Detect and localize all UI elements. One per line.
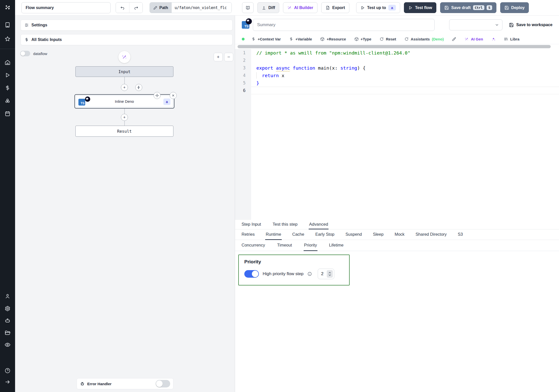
tab-early-stop[interactable]: Early Stop <box>315 229 335 240</box>
deploy-button[interactable]: Deploy <box>500 2 529 13</box>
advanced-tabs: RetriesRuntimeCacheEarly StopSuspendSlee… <box>235 229 559 240</box>
diff-button[interactable]: Diff <box>257 2 280 13</box>
path-button[interactable]: Path <box>150 3 172 13</box>
add-step-button-bottom[interactable]: + <box>121 114 128 121</box>
reset-label: Reset <box>386 37 396 41</box>
refresh-icon <box>380 37 384 41</box>
tab-concurrency[interactable]: Concurrency <box>241 240 266 251</box>
docs-book-button[interactable] <box>242 2 254 13</box>
library-label: Libra <box>510 37 520 41</box>
tab-shared-directory[interactable]: Shared Directory <box>415 229 447 240</box>
priority-number-input[interactable]: 2 <box>318 269 334 279</box>
all-static-inputs-button[interactable]: All Static Inputs <box>21 34 232 45</box>
tab-retries[interactable]: Retries <box>241 229 255 240</box>
flow-settings-button[interactable]: Settings <box>21 20 232 31</box>
redo-button[interactable] <box>129 3 143 13</box>
workspace-script-select[interactable] <box>449 19 502 30</box>
save-to-workspace-button[interactable]: Save to workspace <box>506 23 555 27</box>
windmill-logo-icon[interactable] <box>4 4 12 12</box>
refresh-icon <box>404 37 409 41</box>
add-step-button-top[interactable]: + <box>121 84 128 91</box>
tab-cache[interactable]: Cache <box>292 229 305 240</box>
test-up-to-button[interactable]: Test up to a <box>356 2 400 13</box>
folders-icon[interactable] <box>5 330 11 336</box>
library-icon <box>504 37 508 41</box>
undo-button[interactable] <box>116 3 129 13</box>
trigger-bolt-button[interactable] <box>135 84 142 91</box>
add-context-var-button[interactable]: +Context Var <box>251 37 281 41</box>
sidebar-divider <box>0 49 15 49</box>
audit-eye-icon[interactable] <box>5 342 11 348</box>
flow-summary-input[interactable] <box>21 2 111 13</box>
variables-dollar-icon[interactable] <box>5 85 11 91</box>
tab-lifetime[interactable]: Lifetime <box>329 240 344 251</box>
bolt-icon <box>137 86 141 89</box>
high-priority-toggle[interactable] <box>244 270 259 278</box>
save-draft-button[interactable]: Save draft Ctrl S <box>440 2 496 13</box>
tab-runtime[interactable]: Runtime <box>265 229 282 240</box>
path-input[interactable] <box>172 3 231 13</box>
step-summary-input[interactable] <box>253 19 435 31</box>
runs-play-icon[interactable] <box>5 72 11 78</box>
tab-test-this-step[interactable]: Test this step <box>272 220 298 229</box>
tab-suspend[interactable]: Suspend <box>345 229 362 240</box>
dataflow-toggle[interactable] <box>20 51 30 56</box>
expand-arrow-icon[interactable] <box>5 379 11 385</box>
workers-robot-icon[interactable] <box>5 318 11 324</box>
ai-builder-button[interactable]: AI Builder <box>283 2 317 13</box>
save-icon <box>504 6 509 10</box>
tab-advanced[interactable]: Advanced <box>309 220 329 229</box>
resources-icon[interactable] <box>5 98 11 104</box>
zoom-in-button[interactable]: + <box>214 53 223 61</box>
reset-button[interactable]: Reset <box>380 37 396 41</box>
result-node[interactable]: Result <box>75 126 173 137</box>
move-step-button[interactable] <box>154 92 161 99</box>
users-icon[interactable] <box>5 293 11 299</box>
paintbrush-icon <box>452 37 456 41</box>
code-line[interactable]: 5} <box>235 79 559 87</box>
schedules-calendar-icon[interactable] <box>5 111 11 117</box>
error-handler-toggle[interactable] <box>156 380 170 387</box>
test-flow-button[interactable]: Test flow <box>404 2 436 13</box>
top-toolbar: Path Diff AI Builder Export Test up to a… <box>15 0 559 16</box>
library-button[interactable]: Libra <box>504 37 520 41</box>
add-resource-button[interactable]: +Resource <box>320 37 346 41</box>
settings-gear-icon[interactable] <box>5 306 11 312</box>
export-button[interactable]: Export <box>321 2 349 13</box>
home-icon[interactable] <box>5 59 11 65</box>
code-text: // import * as wmill from "npm:windmill-… <box>251 49 559 57</box>
help-icon[interactable] <box>5 368 11 374</box>
sparkles-button[interactable] <box>491 37 496 41</box>
tab-timeout[interactable]: Timeout <box>277 240 293 251</box>
add-variable-button[interactable]: +Variable <box>289 37 312 41</box>
ai-gen-button[interactable]: AI Gen <box>464 37 483 41</box>
zoom-out-button[interactable]: − <box>224 53 233 61</box>
ai-flow-wand-button[interactable] <box>118 51 130 63</box>
number-stepper[interactable] <box>327 270 333 278</box>
delete-step-button[interactable] <box>170 92 177 99</box>
input-node[interactable]: Input <box>75 66 173 77</box>
error-handler-card[interactable]: Error Handler <box>77 378 173 389</box>
add-resource-label: +Resource <box>327 37 346 41</box>
horizontal-scrollbar[interactable] <box>238 45 551 48</box>
tab-mock[interactable]: Mock <box>394 229 405 240</box>
assistants-button[interactable]: Assistants (Deno) <box>404 37 444 41</box>
code-line[interactable]: 4 return x <box>235 72 559 79</box>
code-line[interactable]: 3export async function main(x: string) { <box>235 64 559 72</box>
ts-label: TS <box>81 102 84 105</box>
workspace-building-icon[interactable] <box>5 22 11 28</box>
code-line[interactable]: 6 <box>235 87 559 94</box>
tab-step-input[interactable]: Step Input <box>241 220 262 229</box>
tab-s3[interactable]: S3 <box>457 229 463 240</box>
favorites-star-icon[interactable] <box>5 36 11 42</box>
dataflow-label: dataflow <box>33 52 47 56</box>
format-brush-button[interactable] <box>452 37 456 41</box>
tab-sleep[interactable]: Sleep <box>372 229 384 240</box>
priority-value: 2 <box>321 271 323 276</box>
test-up-to-label: Test up to <box>367 6 386 10</box>
code-line[interactable]: 1// import * as wmill from "npm:windmill… <box>235 49 559 57</box>
code-editor[interactable]: 1// import * as wmill from "npm:windmill… <box>235 49 559 220</box>
code-line[interactable]: 2 <box>235 57 559 64</box>
add-type-button[interactable]: +Type <box>354 37 371 41</box>
tab-priority[interactable]: Priority <box>304 240 317 251</box>
